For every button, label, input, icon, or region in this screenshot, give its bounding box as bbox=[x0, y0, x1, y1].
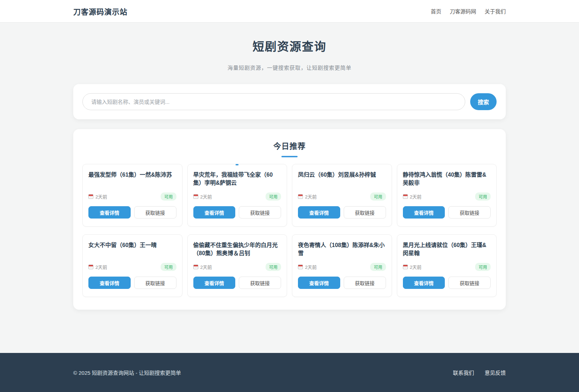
status-badge: 可用 bbox=[370, 263, 386, 271]
drama-title: 旱灾荒年，我福娃带飞全家（60集）李明&萨钢云 bbox=[193, 171, 281, 187]
calendar-icon bbox=[88, 194, 93, 199]
update-time: 2天前 bbox=[305, 193, 317, 200]
calendar-icon bbox=[403, 194, 408, 199]
drama-card-6: 偷偷藏不住重生偏执少年的白月光（80集）熊奥博＆吕钊 2天前 可用 查看详情 获… bbox=[187, 234, 287, 297]
drama-card-3: 凤归云（60集）刘昱展&孙梓铖 2天前 可用 查看详情 获取链接 bbox=[292, 164, 392, 227]
site-header: 刀客源码演示站 首页 刀客源码网 关于我们 bbox=[0, 0, 579, 23]
scroll-indicator-dot bbox=[236, 164, 238, 165]
get-link-button[interactable]: 获取链接 bbox=[134, 206, 176, 219]
view-detail-button[interactable]: 查看详情 bbox=[88, 277, 131, 289]
drama-title: 凤归云（60集）刘昱展&孙梓铖 bbox=[298, 171, 386, 187]
search-input[interactable] bbox=[82, 93, 465, 110]
get-link-button[interactable]: 获取链接 bbox=[448, 206, 491, 219]
drama-title: 黑月光上线请就位（60集）王瑾&闵星翰 bbox=[403, 241, 491, 258]
drama-title: 最强发型师（61集）一然&陈沛苏 bbox=[88, 171, 176, 187]
calendar-icon bbox=[403, 265, 408, 269]
get-link-button[interactable]: 获取链接 bbox=[448, 277, 491, 289]
site-footer: © 2025 短剧资源查询网站 - 让短剧搜索更简单 联系我们 意见反馈 bbox=[0, 353, 579, 392]
drama-card-5: 女大不中留（60集）王一晴 2天前 可用 查看详情 获取链接 bbox=[82, 234, 182, 297]
footer-link-feedback[interactable]: 意见反馈 bbox=[485, 369, 506, 376]
view-detail-button[interactable]: 查看详情 bbox=[193, 277, 236, 289]
page-subtitle: 海量短剧资源，一键搜索获取，让短剧搜索更简单 bbox=[0, 64, 579, 71]
update-time: 2天前 bbox=[305, 264, 317, 270]
title-underline bbox=[281, 156, 298, 157]
drama-title: 静待惊鸿入翁慌（40集）陈雷雷&吴毅非 bbox=[403, 171, 491, 187]
drama-card-8: 黑月光上线请就位（60集）王瑾&闵星翰 2天前 可用 查看详情 获取链接 bbox=[397, 234, 497, 297]
copyright-text: © 2025 短剧资源查询网站 - 让短剧搜索更简单 bbox=[73, 369, 181, 376]
view-detail-button[interactable]: 查看详情 bbox=[88, 206, 131, 219]
site-logo[interactable]: 刀客源码演示站 bbox=[73, 6, 127, 17]
status-badge: 可用 bbox=[266, 192, 281, 201]
footer-links: 联系我们 意见反馈 bbox=[453, 369, 506, 376]
main-nav: 首页 刀客源码网 关于我们 bbox=[431, 7, 506, 15]
nav-item-home[interactable]: 首页 bbox=[431, 7, 441, 15]
page-title: 短剧资源查询 bbox=[0, 37, 579, 54]
recommend-panel: 今日推荐 最强发型师（61集）一然&陈沛苏 2天前 可用 查看详情 获取链接 bbox=[73, 129, 506, 310]
drama-title: 夜色寄情人（108集）陈添祥&朱小雪 bbox=[298, 241, 386, 258]
view-detail-button[interactable]: 查看详情 bbox=[298, 277, 340, 289]
status-badge: 可用 bbox=[475, 192, 491, 201]
view-detail-button[interactable]: 查看详情 bbox=[298, 206, 340, 219]
get-link-button[interactable]: 获取链接 bbox=[344, 277, 386, 289]
status-badge: 可用 bbox=[161, 192, 176, 201]
status-badge: 可用 bbox=[161, 263, 176, 271]
drama-card-4: 静待惊鸿入翁慌（40集）陈雷雷&吴毅非 2天前 可用 查看详情 获取链接 bbox=[397, 164, 497, 227]
update-time: 2天前 bbox=[95, 264, 107, 270]
main-content: 短剧资源查询 海量短剧资源，一键搜索获取，让短剧搜索更简单 搜索 今日推荐 最强… bbox=[0, 23, 579, 310]
view-detail-button[interactable]: 查看详情 bbox=[403, 277, 445, 289]
drama-title: 偷偷藏不住重生偏执少年的白月光（80集）熊奥博＆吕钊 bbox=[193, 241, 281, 258]
drama-cards-grid: 最强发型师（61集）一然&陈沛苏 2天前 可用 查看详情 获取链接 旱灾荒年，我… bbox=[82, 164, 497, 297]
update-time: 2天前 bbox=[200, 264, 212, 270]
status-badge: 可用 bbox=[266, 263, 281, 271]
search-button[interactable]: 搜索 bbox=[470, 93, 497, 110]
drama-card-1: 最强发型师（61集）一然&陈沛苏 2天前 可用 查看详情 获取链接 bbox=[82, 164, 182, 227]
get-link-button[interactable]: 获取链接 bbox=[134, 277, 176, 289]
get-link-button[interactable]: 获取链接 bbox=[239, 206, 281, 219]
update-time: 2天前 bbox=[95, 193, 107, 200]
drama-title: 女大不中留（60集）王一晴 bbox=[88, 241, 176, 258]
view-detail-button[interactable]: 查看详情 bbox=[193, 206, 236, 219]
recommend-title: 今日推荐 bbox=[82, 140, 497, 151]
calendar-icon bbox=[193, 194, 198, 199]
update-time: 2天前 bbox=[410, 193, 422, 200]
calendar-icon bbox=[298, 194, 303, 199]
footer-link-contact[interactable]: 联系我们 bbox=[453, 369, 474, 376]
update-time: 2天前 bbox=[410, 264, 422, 270]
calendar-icon bbox=[298, 265, 303, 269]
nav-item-about[interactable]: 关于我们 bbox=[485, 7, 506, 15]
get-link-button[interactable]: 获取链接 bbox=[239, 277, 281, 289]
view-detail-button[interactable]: 查看详情 bbox=[403, 206, 445, 219]
get-link-button[interactable]: 获取链接 bbox=[344, 206, 386, 219]
calendar-icon bbox=[193, 265, 198, 269]
search-panel: 搜索 bbox=[73, 84, 506, 119]
update-time: 2天前 bbox=[200, 193, 212, 200]
drama-card-7: 夜色寄情人（108集）陈添祥&朱小雪 2天前 可用 查看详情 获取链接 bbox=[292, 234, 392, 297]
calendar-icon bbox=[88, 265, 93, 269]
status-badge: 可用 bbox=[370, 192, 386, 201]
nav-item-daoke-source[interactable]: 刀客源码网 bbox=[450, 7, 476, 15]
drama-card-2: 旱灾荒年，我福娃带飞全家（60集）李明&萨钢云 2天前 可用 查看详情 获取链接 bbox=[187, 164, 287, 227]
status-badge: 可用 bbox=[475, 263, 491, 271]
hero-section: 短剧资源查询 海量短剧资源，一键搜索获取，让短剧搜索更简单 bbox=[0, 23, 579, 71]
